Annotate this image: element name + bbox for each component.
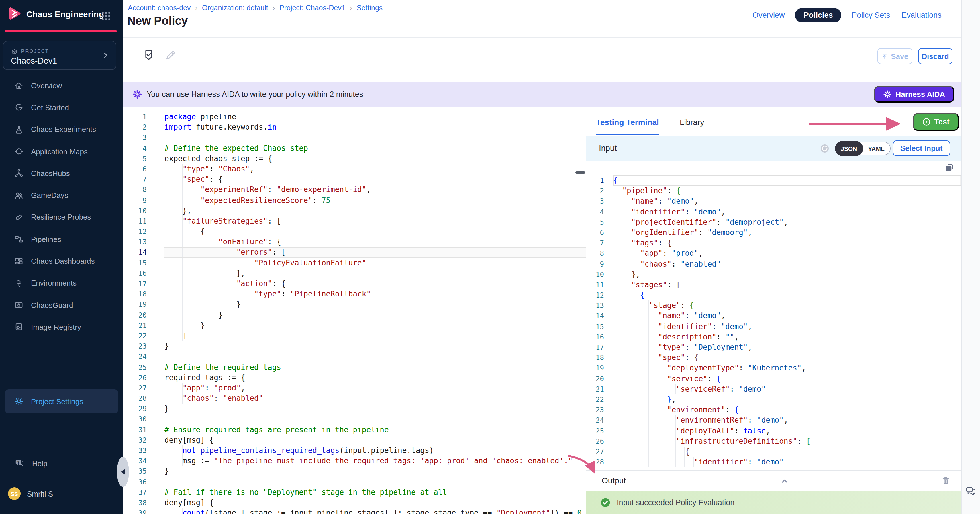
code-line[interactable]: 1{ (586, 175, 961, 186)
app-switcher-icon[interactable] (101, 11, 111, 21)
trash-icon[interactable] (941, 476, 951, 485)
code-line[interactable]: 2 "pipeline": { (586, 186, 961, 196)
tab-library[interactable]: Library (680, 118, 704, 127)
code-line[interactable]: 17 "type": "Deployment", (586, 342, 961, 353)
code-line[interactable]: 19 "deploymentType": "Kubernetes", (586, 363, 961, 374)
code-line[interactable]: 7 "tags": { (586, 238, 961, 248)
code-line[interactable]: 8 "experimentRef": "demo-experiment-id", (123, 185, 586, 195)
tab-overview[interactable]: Overview (751, 8, 786, 22)
code-line[interactable]: 27 "app": "prod", (123, 383, 586, 393)
code-line[interactable]: 13 "onFailure": { (123, 237, 586, 247)
format-yaml[interactable]: YAML (862, 142, 890, 155)
sidebar-item-chaos-experiments[interactable]: Chaos Experiments (0, 118, 123, 140)
harness-aida-button[interactable]: Harness AIDA (874, 86, 954, 103)
code-line[interactable]: 24 "environmentRef": "demo", (586, 415, 961, 426)
code-line[interactable]: 14 "errors": [ (123, 247, 586, 258)
input-json-editor[interactable]: 1{2 "pipeline": {3 "name": "demo",4 "ide… (586, 161, 961, 470)
code-line[interactable]: 1package pipeline (123, 112, 586, 122)
format-toggle[interactable]: JSONYAML (835, 142, 891, 155)
project-selector[interactable]: PROJECT Chaos-Dev1 (3, 41, 116, 70)
breadcrumb-link[interactable]: Settings (357, 4, 383, 12)
code-line[interactable]: 4 "identifier": "demo", (586, 207, 961, 217)
tab-policies[interactable]: Policies (795, 8, 842, 22)
code-line[interactable]: 22 ] (123, 331, 586, 341)
select-input-button[interactable]: Select Input (893, 140, 950, 156)
sidebar-item-help[interactable]: ? Help (14, 458, 48, 468)
tab-evaluations[interactable]: Evaluations (900, 8, 943, 22)
code-line[interactable]: 3 (123, 133, 586, 143)
code-line[interactable]: 16 "description": "", (586, 332, 961, 342)
save-button[interactable]: Save (877, 48, 912, 64)
code-line[interactable]: 36 (123, 477, 586, 487)
sidebar-item-application-maps[interactable]: Application Maps (0, 140, 123, 162)
code-line[interactable]: 18 "type": "PipelineRollback" (123, 289, 586, 299)
code-line[interactable]: 32deny[msg] { (123, 435, 586, 446)
code-line[interactable]: 15 "identifier": "demo", (586, 321, 961, 332)
sidebar-item-chaosguard[interactable]: ChaosGuard (0, 294, 123, 316)
code-line[interactable]: 17 "action": { (123, 278, 586, 289)
code-line[interactable]: 28 "chaos": "enabled" (123, 393, 586, 404)
sidebar-item-pipelines[interactable]: Pipelines (0, 228, 123, 250)
code-line[interactable]: 6 "type": "Chaos", (123, 164, 586, 174)
user-menu[interactable]: SS Smriti S (8, 487, 53, 500)
code-line[interactable]: 8 "app": "prod", (586, 248, 961, 259)
code-line[interactable]: 23} (123, 341, 586, 352)
code-line[interactable]: 19 } (123, 299, 586, 310)
format-json[interactable]: JSON (835, 141, 863, 156)
discard-button[interactable]: Discard (918, 48, 953, 64)
code-line[interactable]: 13 "stage": { (586, 301, 961, 311)
code-line[interactable]: 39 count([stage | stage := input.pipelin… (123, 508, 586, 514)
code-line[interactable]: 5expected_chaos_step := { (123, 154, 586, 164)
code-line[interactable]: 16 ], (123, 268, 586, 278)
sidebar-item-project-settings[interactable]: Project Settings (5, 389, 118, 414)
code-line[interactable]: 11 "stages": [ (586, 280, 961, 290)
code-line[interactable]: 26required_tags := { (123, 372, 586, 383)
support-chat-icon[interactable] (965, 485, 977, 497)
code-line[interactable]: 26 "infrastructureDefinitions": [ (586, 436, 961, 446)
breadcrumb-link[interactable]: Organization: default (202, 4, 268, 12)
sidebar-item-chaoshubs[interactable]: ChaosHubs (0, 162, 123, 184)
sidebar-item-gamedays[interactable]: GameDays (0, 184, 123, 207)
pane-resize-handle[interactable] (575, 172, 585, 173)
code-line[interactable]: 3 "name": "demo", (586, 196, 961, 207)
sidebar-item-overview[interactable]: Overview (0, 75, 123, 97)
breadcrumb-link[interactable]: Account: chaos-dev (128, 4, 191, 12)
code-line[interactable]: 38deny[msg] { (123, 498, 586, 508)
code-line[interactable]: 2import future.keywords.in (123, 122, 586, 132)
code-line[interactable]: 22 }, (586, 395, 961, 405)
sidebar-item-image-registry[interactable]: Image Registry (0, 316, 123, 338)
code-line[interactable]: 12 { (123, 226, 586, 237)
code-line[interactable]: 14 "name": "demo", (586, 311, 961, 321)
code-line[interactable]: 21 } (123, 320, 586, 331)
code-line[interactable]: 4# Define the expected Chaos step (123, 143, 586, 153)
code-line[interactable]: 33 not pipeline_contains_required_tags(i… (123, 446, 586, 456)
copy-icon[interactable] (945, 163, 954, 173)
breadcrumb-link[interactable]: Project: Chaos-Dev1 (279, 4, 345, 12)
code-line[interactable]: 21 "serviceRef": "demo" (586, 384, 961, 395)
sidebar-collapse-handle[interactable] (117, 457, 129, 487)
tab-testing-terminal[interactable]: Testing Terminal (596, 118, 659, 127)
edit-pencil-icon[interactable] (164, 49, 177, 61)
code-line[interactable]: 25 "deployToAll": false, (586, 426, 961, 436)
code-line[interactable]: 10 }, (123, 205, 586, 216)
code-line[interactable]: 23 "environment": { (586, 405, 961, 415)
code-line[interactable]: 29} (123, 404, 586, 414)
sidebar-item-get-started[interactable]: Get Started (0, 97, 123, 119)
sidebar-item-chaos-dashboards[interactable]: Chaos Dashboards (0, 250, 123, 272)
tab-policy-sets[interactable]: Policy Sets (851, 8, 891, 22)
code-line[interactable]: 7 "spec": { (123, 174, 586, 185)
code-line[interactable]: 37# Fail if there is no "Deployment" sta… (123, 487, 586, 498)
code-line[interactable]: 34 msg := "The pipeline must include the… (123, 456, 586, 466)
code-line[interactable]: 9 "chaos": "enabled" (586, 259, 961, 269)
policy-validate-icon[interactable] (143, 49, 155, 61)
code-line[interactable]: 31# Ensure required tags are present in … (123, 425, 586, 435)
code-line[interactable]: 27 { (586, 447, 961, 457)
code-line[interactable]: 11 "failureStrategies": [ (123, 216, 586, 226)
input-source-icon[interactable] (820, 144, 829, 153)
sidebar-item-environments[interactable]: Environments (0, 272, 123, 294)
code-line[interactable]: 18 "spec": { (586, 353, 961, 363)
code-line[interactable]: 20 "service": { (586, 374, 961, 384)
code-line[interactable]: 24 (123, 352, 586, 362)
code-line[interactable]: 6 "orgIdentifier": "demoorg", (586, 228, 961, 238)
code-line[interactable]: 15 "PolicyEvaluationFailure" (123, 258, 586, 268)
